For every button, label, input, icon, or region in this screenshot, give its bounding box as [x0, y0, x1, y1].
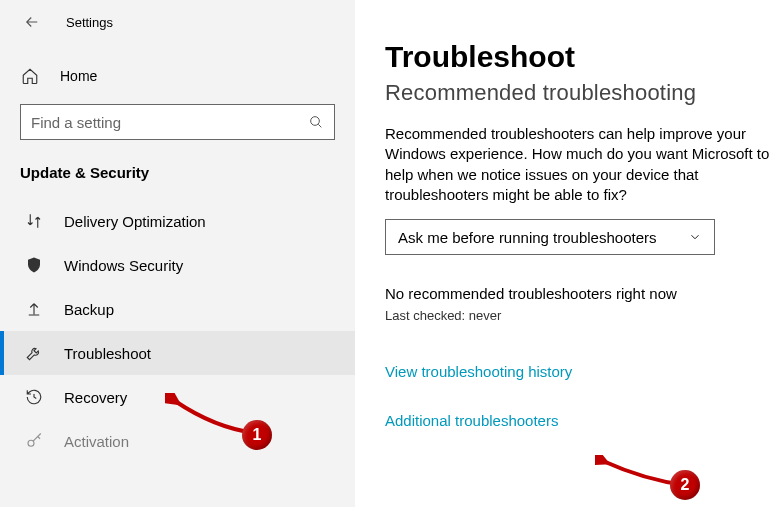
- nav-item-label: Delivery Optimization: [64, 213, 206, 230]
- nav-item-backup[interactable]: Backup: [0, 287, 355, 331]
- page-title: Troubleshoot: [385, 40, 775, 74]
- section-heading: Update & Security: [0, 150, 355, 199]
- chevron-down-icon: [688, 230, 702, 244]
- back-button[interactable]: [20, 10, 44, 34]
- history-icon: [24, 387, 44, 407]
- additional-troubleshooters-link[interactable]: Additional troubleshooters: [385, 412, 558, 429]
- nav-item-label: Backup: [64, 301, 114, 318]
- view-history-link[interactable]: View troubleshooting history: [385, 363, 572, 380]
- last-checked-label: Last checked: never: [385, 308, 775, 323]
- nav-item-label: Windows Security: [64, 257, 183, 274]
- nav-item-recovery[interactable]: Recovery: [0, 375, 355, 419]
- nav-item-activation[interactable]: Activation: [0, 419, 355, 463]
- search-icon: [308, 114, 324, 130]
- nav-item-label: Recovery: [64, 389, 127, 406]
- key-icon: [24, 431, 44, 451]
- nav-item-windows-security[interactable]: Windows Security: [0, 243, 355, 287]
- dropdown-value: Ask me before running troubleshooters: [398, 229, 656, 246]
- nav-item-troubleshoot[interactable]: Troubleshoot: [0, 331, 355, 375]
- upload-icon: [24, 299, 44, 319]
- annotation-badge-2: 2: [670, 470, 700, 500]
- annotation-badge-1: 1: [242, 420, 272, 450]
- main-pane: Troubleshoot Recommended troubleshooting…: [355, 0, 775, 507]
- shield-icon: [24, 255, 44, 275]
- page-description: Recommended troubleshooters can help imp…: [385, 124, 775, 205]
- nav-home[interactable]: Home: [0, 58, 355, 94]
- search-input[interactable]: [31, 114, 308, 131]
- search-container: [0, 94, 355, 150]
- swap-icon: [24, 211, 44, 231]
- app-title: Settings: [66, 15, 113, 30]
- titlebar: Settings: [0, 6, 355, 48]
- home-icon: [20, 66, 40, 86]
- page-subtitle: Recommended troubleshooting: [385, 80, 775, 106]
- nav-home-label: Home: [60, 68, 97, 84]
- svg-point-0: [311, 117, 320, 126]
- status-message: No recommended troubleshooters right now: [385, 285, 775, 302]
- arrow-left-icon: [23, 13, 41, 31]
- nav-item-label: Activation: [64, 433, 129, 450]
- wrench-icon: [24, 343, 44, 363]
- nav-item-label: Troubleshoot: [64, 345, 151, 362]
- sidebar: Settings Home Update & Security Delivery…: [0, 0, 355, 507]
- search-box[interactable]: [20, 104, 335, 140]
- troubleshooter-preference-dropdown[interactable]: Ask me before running troubleshooters: [385, 219, 715, 255]
- nav-item-delivery-optimization[interactable]: Delivery Optimization: [0, 199, 355, 243]
